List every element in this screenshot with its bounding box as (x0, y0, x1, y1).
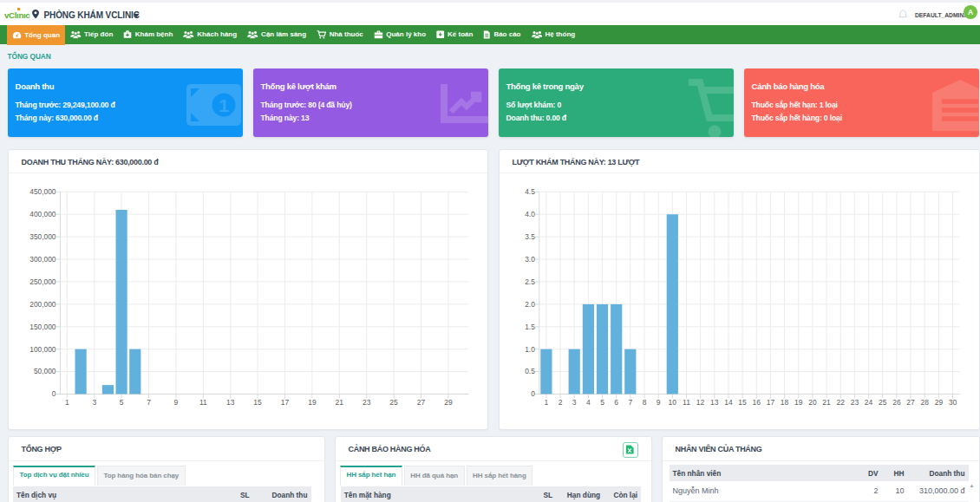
svg-text:24: 24 (864, 398, 872, 407)
svg-text:300,000: 300,000 (29, 255, 56, 264)
svg-text:8: 8 (642, 398, 646, 407)
svg-text:6: 6 (614, 398, 618, 407)
svg-text:15: 15 (253, 398, 262, 407)
svg-text:9: 9 (173, 398, 178, 407)
svg-text:50,000: 50,000 (33, 367, 56, 375)
svg-text:150,000: 150,000 (29, 323, 56, 331)
svg-text:0.5: 0.5 (525, 367, 535, 375)
svg-text:26: 26 (892, 398, 901, 407)
svg-text:0: 0 (531, 389, 535, 398)
svg-text:30: 30 (948, 398, 957, 407)
svg-text:28: 28 (920, 398, 929, 407)
svg-text:100,000: 100,000 (29, 345, 56, 354)
svg-text:5: 5 (119, 398, 123, 407)
svg-text:12: 12 (696, 398, 704, 407)
svg-text:27: 27 (416, 398, 425, 407)
svg-text:5: 5 (600, 398, 604, 407)
svg-text:17: 17 (766, 398, 774, 407)
svg-text:13: 13 (710, 398, 719, 407)
svg-text:13: 13 (226, 398, 235, 407)
svg-text:27: 27 (906, 398, 915, 407)
svg-text:3.0: 3.0 (525, 255, 535, 264)
svg-text:16: 16 (752, 398, 761, 407)
svg-text:25: 25 (878, 398, 886, 407)
svg-text:20: 20 (808, 398, 817, 407)
svg-text:3: 3 (572, 398, 576, 407)
svg-text:25: 25 (389, 398, 398, 407)
svg-text:450,000: 450,000 (29, 187, 56, 196)
svg-text:11: 11 (683, 398, 690, 407)
svg-text:11: 11 (199, 398, 206, 407)
svg-text:200,000: 200,000 (29, 300, 56, 309)
svg-text:1.5: 1.5 (525, 323, 535, 331)
svg-text:19: 19 (794, 398, 803, 407)
svg-text:22: 22 (836, 398, 845, 407)
svg-text:4.5: 4.5 (525, 187, 535, 196)
svg-text:10: 10 (668, 398, 676, 407)
svg-text:7: 7 (147, 398, 151, 407)
svg-text:23: 23 (850, 398, 859, 407)
svg-text:4: 4 (586, 398, 591, 407)
svg-text:14: 14 (724, 398, 733, 407)
svg-text:23: 23 (363, 398, 371, 407)
svg-text:9: 9 (656, 398, 660, 407)
svg-text:18: 18 (780, 398, 788, 407)
svg-text:2: 2 (558, 398, 562, 407)
svg-text:21: 21 (335, 398, 343, 407)
svg-text:21: 21 (822, 398, 831, 407)
svg-text:350,000: 350,000 (29, 232, 56, 241)
svg-text:400,000: 400,000 (29, 210, 56, 218)
svg-text:7: 7 (628, 398, 632, 407)
svg-text:250,000: 250,000 (29, 277, 56, 286)
svg-text:1.0: 1.0 (525, 345, 535, 354)
svg-text:1: 1 (544, 398, 548, 407)
svg-text:3: 3 (92, 398, 96, 407)
svg-text:29: 29 (934, 398, 943, 407)
svg-text:19: 19 (308, 398, 317, 407)
svg-text:1: 1 (64, 398, 69, 407)
svg-text:3.5: 3.5 (525, 232, 535, 241)
svg-text:1: 1 (219, 95, 229, 115)
svg-text:15: 15 (738, 398, 747, 407)
svg-text:29: 29 (444, 398, 453, 407)
svg-text:17: 17 (280, 398, 289, 407)
svg-text:4.0: 4.0 (525, 210, 535, 218)
svg-text:0: 0 (51, 389, 56, 398)
svg-text:2.0: 2.0 (525, 300, 535, 309)
svg-text:2.5: 2.5 (525, 277, 535, 286)
